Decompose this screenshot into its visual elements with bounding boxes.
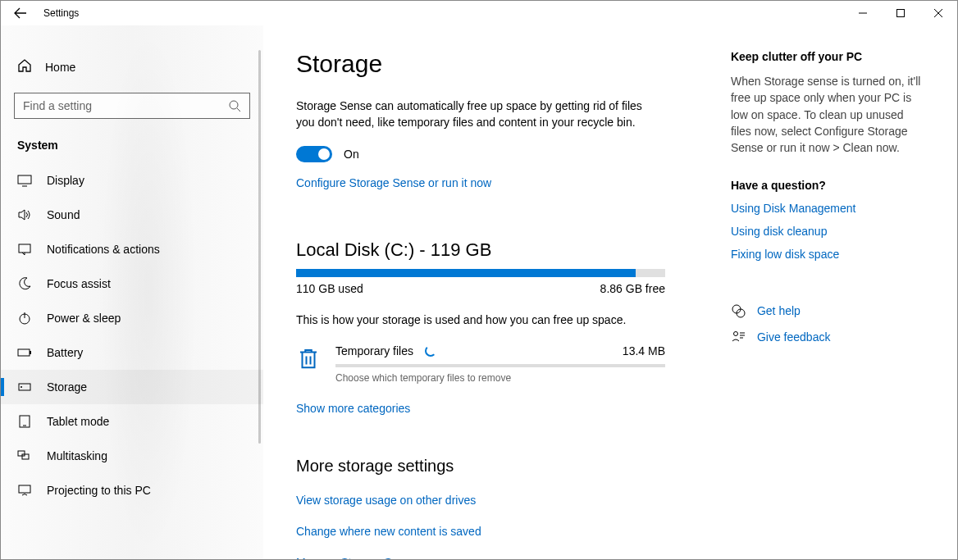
manage-storage-spaces-link[interactable]: Manage Storage Spaces xyxy=(296,556,714,559)
svg-rect-17 xyxy=(18,451,25,456)
sidebar-item-label: Notifications & actions xyxy=(47,243,160,256)
sidebar-item-label: Battery xyxy=(47,346,83,359)
close-icon xyxy=(934,9,942,17)
sidebar-home[interactable]: Home xyxy=(1,50,263,93)
trash-icon xyxy=(296,346,321,371)
storage-sense-toggle-row: On xyxy=(296,146,714,162)
projecting-icon xyxy=(17,483,32,498)
sidebar-item-storage[interactable]: Storage xyxy=(1,370,263,404)
configure-storage-sense-link[interactable]: Configure Storage Sense or run it now xyxy=(296,176,491,189)
battery-icon xyxy=(17,345,32,360)
sidebar-item-label: Focus assist xyxy=(47,277,111,290)
minimize-icon xyxy=(859,9,867,17)
sidebar: Home System Display Sound Notifications … xyxy=(1,25,263,559)
moon-icon xyxy=(17,276,32,291)
feedback-icon xyxy=(731,330,746,344)
storage-category-label: Temporary files xyxy=(335,344,413,357)
home-icon xyxy=(17,58,32,76)
sidebar-item-label: Multitasking xyxy=(47,449,107,462)
sidebar-item-label: Sound xyxy=(47,208,80,221)
maximize-icon xyxy=(896,9,905,17)
storage-category-sub: Choose which temporary files to remove xyxy=(335,372,665,384)
disk-usage-bar xyxy=(296,269,665,277)
clutter-body: When Storage sense is turned on, it'll f… xyxy=(731,73,924,156)
svg-rect-11 xyxy=(18,349,30,356)
sidebar-item-label: Tablet mode xyxy=(47,415,109,428)
sidebar-item-tablet-mode[interactable]: Tablet mode xyxy=(1,404,263,439)
sidebar-item-power-sleep[interactable]: Power & sleep xyxy=(1,301,263,335)
disk-free: 8.86 GB free xyxy=(600,282,665,295)
disk-description: This is how your storage is used and how… xyxy=(296,313,714,326)
sidebar-item-label: Power & sleep xyxy=(47,312,121,325)
sound-icon xyxy=(17,207,32,222)
storage-category-temporary-files[interactable]: Temporary files 13.4 MB Choose which tem… xyxy=(296,344,665,384)
svg-rect-1 xyxy=(897,10,905,17)
svg-rect-12 xyxy=(30,351,31,354)
low-disk-space-link[interactable]: Fixing low disk space xyxy=(731,248,924,261)
search-icon xyxy=(228,99,241,112)
main-content: Storage Storage Sense can automatically … xyxy=(263,25,957,559)
get-help-link[interactable]: Get help xyxy=(731,303,924,318)
svg-rect-19 xyxy=(19,485,30,493)
disk-stats: 110 GB used 8.86 GB free xyxy=(296,282,665,295)
sidebar-item-display[interactable]: Display xyxy=(1,163,263,198)
svg-point-4 xyxy=(230,101,238,109)
notifications-icon xyxy=(17,242,32,257)
svg-point-22 xyxy=(733,332,737,336)
sidebar-item-label: Storage xyxy=(47,380,87,394)
sidebar-item-notifications[interactable]: Notifications & actions xyxy=(1,232,263,266)
sidebar-item-label: Projecting to this PC xyxy=(47,484,151,497)
tablet-icon xyxy=(17,414,32,429)
svg-rect-8 xyxy=(19,244,30,253)
sidebar-item-battery[interactable]: Battery xyxy=(1,335,263,370)
power-icon xyxy=(17,311,32,326)
svg-rect-18 xyxy=(22,454,29,459)
sidebar-category: System xyxy=(1,139,263,163)
storage-sense-description: Storage Sense can automatically free up … xyxy=(296,98,649,131)
more-storage-settings-title: More storage settings xyxy=(296,457,714,476)
svg-rect-6 xyxy=(18,175,31,184)
maximize-button[interactable] xyxy=(882,1,919,25)
show-more-categories-link[interactable]: Show more categories xyxy=(296,402,410,415)
storage-category-bar xyxy=(335,364,665,367)
disk-used: 110 GB used xyxy=(296,282,363,295)
toggle-label: On xyxy=(344,148,359,161)
sidebar-item-projecting[interactable]: Projecting to this PC xyxy=(1,473,263,508)
disk-usage-fill xyxy=(296,269,636,277)
svg-point-14 xyxy=(21,386,22,388)
window-controls xyxy=(844,1,957,25)
aside-panel: Keep clutter off your PC When Storage se… xyxy=(731,50,924,535)
close-button[interactable] xyxy=(919,1,957,25)
display-icon xyxy=(17,173,32,188)
svg-line-5 xyxy=(237,108,240,112)
question-title: Have a question? xyxy=(731,179,924,192)
storage-sense-toggle[interactable] xyxy=(296,146,332,162)
view-storage-other-drives-link[interactable]: View storage usage on other drives xyxy=(296,494,714,507)
loading-spinner-icon xyxy=(425,345,436,357)
disk-title: Local Disk (C:) - 119 GB xyxy=(296,239,714,261)
arrow-left-icon xyxy=(14,7,27,20)
change-save-location-link[interactable]: Change where new content is saved xyxy=(296,525,714,538)
minimize-button[interactable] xyxy=(844,1,882,25)
multitasking-icon xyxy=(17,448,32,463)
clutter-title: Keep clutter off your PC xyxy=(731,50,924,63)
back-button[interactable] xyxy=(12,5,29,21)
search-input[interactable] xyxy=(23,99,228,112)
storage-icon xyxy=(17,380,32,394)
window-title: Settings xyxy=(43,7,79,19)
help-icon xyxy=(731,303,746,318)
titlebar: Settings xyxy=(1,1,957,25)
sidebar-item-multitasking[interactable]: Multitasking xyxy=(1,439,263,473)
sidebar-home-label: Home xyxy=(45,61,75,74)
search-box[interactable] xyxy=(14,93,250,119)
sidebar-item-focus-assist[interactable]: Focus assist xyxy=(1,266,263,301)
sidebar-item-label: Display xyxy=(47,174,84,187)
sidebar-item-sound[interactable]: Sound xyxy=(1,198,263,232)
disk-management-link[interactable]: Using Disk Management xyxy=(731,202,924,215)
page-title: Storage xyxy=(296,50,714,78)
disk-cleanup-link[interactable]: Using disk cleanup xyxy=(731,225,924,238)
storage-category-size: 13.4 MB xyxy=(623,344,665,357)
give-feedback-link[interactable]: Give feedback xyxy=(731,330,924,344)
